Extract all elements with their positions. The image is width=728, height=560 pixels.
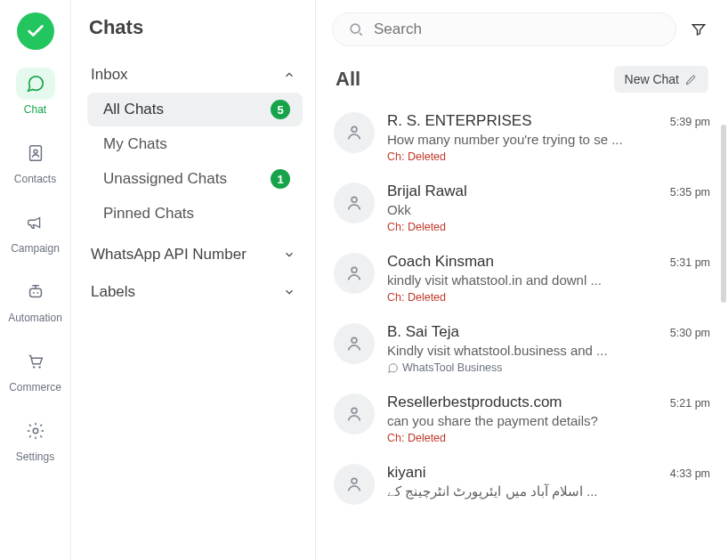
chat-name: Coach Kinsman — [387, 253, 494, 271]
chat-list[interactable]: R. S. ENTERPRISES5:39 pmHow many number … — [316, 101, 728, 560]
svg-point-4 — [36, 292, 38, 294]
nav-label-chat: Chat — [24, 103, 46, 116]
svg-point-1 — [33, 150, 36, 153]
inbox-item-label: All Chats — [103, 101, 164, 118]
left-nav: Chat Contacts Campaign Automatio — [0, 0, 71, 560]
svg-point-11 — [352, 267, 357, 272]
nav-item-chat[interactable]: Chat — [0, 64, 70, 119]
nav-label-campaign: Campaign — [11, 242, 60, 255]
avatar — [334, 112, 375, 153]
nav-label-automation: Automation — [8, 312, 62, 324]
scrollbar[interactable] — [721, 125, 726, 303]
svg-point-9 — [352, 126, 357, 132]
section-api-number[interactable]: WhatsApp API Number — [80, 239, 306, 271]
chat-time: 5:35 pm — [670, 186, 710, 199]
nav-label-commerce: Commerce — [9, 381, 61, 394]
avatar — [334, 183, 375, 223]
avatar — [334, 253, 375, 294]
new-chat-button[interactable]: New Chat — [614, 66, 708, 93]
search-input[interactable] — [374, 20, 661, 38]
svg-point-13 — [352, 408, 357, 413]
inbox-item-label: Unassigned Chats — [103, 170, 227, 188]
chat-time: 4:33 pm — [670, 467, 710, 480]
chat-meta: WhatsTool Business — [387, 361, 710, 374]
nav-item-automation[interactable]: Automation — [0, 272, 70, 328]
chat-row[interactable]: R. S. ENTERPRISES5:39 pmHow many number … — [325, 101, 723, 172]
chat-meta: Ch: Deleted — [387, 291, 710, 304]
inbox-item-all-chats[interactable]: All Chats 5 — [87, 93, 303, 126]
section-inbox[interactable]: Inbox — [80, 59, 306, 91]
megaphone-icon — [26, 213, 45, 232]
svg-point-10 — [352, 197, 357, 202]
new-chat-label: New Chat — [625, 72, 679, 86]
person-icon — [344, 404, 364, 424]
filter-button[interactable] — [685, 16, 712, 43]
chat-row[interactable]: B. Sai Teja5:30 pmKindly visit whatstool… — [325, 312, 723, 383]
inbox-item-label: Pinned Chats — [103, 205, 194, 223]
pencil-icon — [684, 73, 698, 86]
chat-row[interactable]: Coach Kinsman5:31 pmkindly visit whatsto… — [325, 242, 723, 312]
person-icon — [344, 123, 364, 142]
nav-label-contacts: Contacts — [14, 173, 56, 185]
person-icon — [344, 264, 364, 283]
svg-point-12 — [352, 337, 357, 343]
cart-icon — [26, 352, 45, 371]
section-api-label: WhatsApp API Number — [91, 246, 247, 264]
search-icon — [347, 20, 365, 38]
nav-label-settings: Settings — [16, 450, 54, 463]
svg-rect-2 — [29, 288, 41, 296]
inbox-item-my-chats[interactable]: My Chats — [87, 128, 303, 160]
chat-meta: Ch: Deleted — [387, 150, 710, 163]
section-labels-label: Labels — [91, 283, 135, 301]
chat-time: 5:39 pm — [670, 116, 710, 128]
inbox-item-label: My Chats — [103, 135, 167, 153]
contacts-icon — [26, 143, 45, 163]
avatar — [334, 323, 375, 364]
inbox-panel: Chats Inbox All Chats 5 My Chats Unassig… — [71, 0, 316, 560]
inbox-item-pinned[interactable]: Pinned Chats — [87, 198, 303, 230]
chevron-down-icon — [283, 286, 295, 298]
chat-icon — [26, 74, 45, 93]
svg-point-7 — [33, 428, 38, 434]
search-input-wrapper[interactable] — [332, 12, 676, 46]
inbox-item-unassigned[interactable]: Unassigned Chats 1 — [87, 162, 303, 196]
chat-preview: Okk — [387, 202, 710, 217]
whatsapp-icon — [387, 362, 399, 374]
chevron-up-icon — [283, 69, 295, 81]
svg-point-6 — [38, 366, 40, 368]
chat-preview: Kindly visit whatstool.business and ... — [387, 343, 710, 358]
chat-row[interactable]: Resellerbestproducts.com5:21 pmcan you s… — [325, 383, 723, 453]
chat-list-panel: All New Chat R. S. ENTERPRISES5:39 pmHow… — [316, 0, 728, 560]
nav-item-contacts[interactable]: Contacts — [0, 134, 70, 189]
nav-item-settings[interactable]: Settings — [0, 411, 70, 467]
badge-count: 5 — [271, 100, 290, 119]
chat-name: R. S. ENTERPRISES — [387, 112, 531, 130]
avatar — [334, 394, 375, 434]
person-icon — [344, 334, 364, 353]
chat-time: 5:30 pm — [670, 327, 710, 339]
section-inbox-label: Inbox — [91, 66, 128, 84]
nav-item-commerce[interactable]: Commerce — [0, 342, 70, 397]
chat-name: Resellerbestproducts.com — [387, 394, 562, 411]
gear-icon — [26, 421, 45, 441]
svg-point-8 — [351, 24, 360, 33]
chevron-down-icon — [283, 248, 295, 261]
chat-preview: ... اسلام آباد میں ایئرپورٹ انٹرچینج کے — [387, 483, 710, 499]
chat-preview: can you share the payment details? — [387, 413, 710, 428]
person-icon — [344, 475, 364, 494]
badge-count: 1 — [271, 169, 290, 189]
chat-row[interactable]: kiyani4:33 pm... اسلام آباد میں ایئرپورٹ… — [325, 453, 723, 514]
svg-point-14 — [352, 478, 357, 483]
brand-logo — [17, 12, 54, 50]
chat-preview: kindly visit whatstool.in and downl ... — [387, 272, 710, 288]
robot-icon — [26, 282, 45, 302]
chat-meta: Ch: Deleted — [387, 432, 710, 444]
person-icon — [344, 193, 364, 213]
nav-item-campaign[interactable]: Campaign — [0, 203, 70, 258]
chat-time: 5:31 pm — [670, 256, 710, 269]
chat-name: kiyani — [387, 464, 425, 482]
check-icon — [26, 21, 45, 41]
section-labels[interactable]: Labels — [80, 276, 306, 308]
chat-row[interactable]: Brijal Rawal5:35 pmOkkCh: Deleted — [325, 172, 723, 242]
svg-point-5 — [32, 366, 34, 368]
